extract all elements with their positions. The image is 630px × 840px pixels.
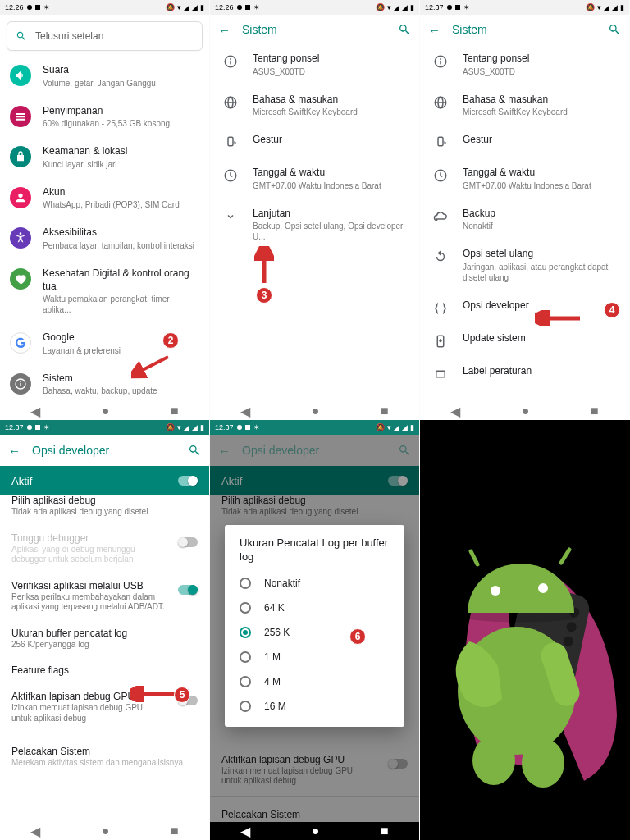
svg-point-38	[522, 738, 564, 788]
logger-option-16-m[interactable]: 16 M	[225, 694, 404, 719]
logger-option-64-k[interactable]: 64 K	[225, 596, 404, 620]
logger-option-nonaktif[interactable]: Nonaktif	[225, 571, 404, 596]
sistem-item-update-sistem[interactable]: Update sistem	[420, 324, 629, 357]
sistem-item-bahasa-masukan[interactable]: Bahasa & masukanMicrosoft SwiftKey Keybo…	[210, 85, 419, 126]
svg-rect-11	[228, 137, 233, 146]
svg-rect-20	[438, 137, 443, 146]
recents-nav-icon[interactable]: ■	[591, 404, 599, 418]
dev-row-2[interactable]: Verifikasi aplikasi melalui USBPeriksa p…	[0, 573, 209, 620]
app-header: ← Opsi developer	[0, 435, 209, 466]
home-nav-icon[interactable]: ●	[312, 824, 320, 838]
screenshot-2-sistem: 12.26✶ 🔕▾◢◢▮ ← Sistem Tentang ponselASUS…	[210, 0, 420, 420]
sistem-item-label-peraturan[interactable]: Label peraturan	[420, 357, 629, 390]
search-settings-input[interactable]: Telusuri setelan	[7, 21, 203, 51]
android-navbar: ◀ ● ■	[210, 402, 419, 420]
android-navbar: ◀ ● ■	[0, 822, 209, 840]
home-nav-icon[interactable]: ●	[522, 404, 530, 418]
settings-item-aksesibilitas[interactable]: AksesibilitasPembaca layar, tampilan, ko…	[0, 218, 209, 259]
header-title: Sistem	[452, 23, 596, 36]
back-icon[interactable]: ←	[428, 23, 441, 37]
sistem-item-opsi-developer[interactable]: Opsi developer	[420, 291, 629, 324]
dialog-title: Ukuran Pencatat Log per buffer log	[225, 536, 404, 571]
toggle-on-icon	[178, 476, 198, 486]
developer-master-toggle[interactable]: Aktif	[0, 466, 209, 495]
status-bar: 12.37✶ 🔕▾◢◢▮	[420, 0, 629, 15]
back-nav-icon[interactable]: ◀	[30, 404, 40, 419]
back-nav-icon[interactable]: ◀	[450, 404, 460, 419]
sistem-item-tentang-ponsel[interactable]: Tentang ponselASUS_X00TD	[420, 44, 629, 85]
annotation-badge-2: 2	[162, 332, 179, 349]
search-icon[interactable]	[188, 444, 201, 457]
search-placeholder: Telusuri setelan	[35, 30, 103, 42]
dev-row-0[interactable]: Pilih aplikasi debugTidak ada aplikasi d…	[0, 495, 209, 525]
sistem-item-lanjutan[interactable]: LanjutanBackup, Opsi setel ulang, Opsi d…	[210, 199, 419, 251]
home-nav-icon[interactable]: ●	[102, 404, 110, 418]
arrow-annotation	[254, 246, 274, 287]
settings-item-keamanan-lokasi[interactable]: Keamanan & lokasiKunci layar, sidik jari	[0, 137, 209, 178]
heart-icon	[10, 268, 31, 290]
arrow-annotation	[130, 686, 179, 702]
android-navbar: ◀ ● ■	[420, 402, 629, 420]
sistem-item-gestur[interactable]: Gestur	[420, 126, 629, 158]
search-icon[interactable]	[608, 23, 621, 36]
logger-option-4-m[interactable]: 4 M	[225, 669, 404, 694]
svg-point-33	[538, 583, 548, 593]
recents-nav-icon[interactable]: ■	[171, 824, 179, 838]
android-navbar: ◀ ● ■	[210, 822, 419, 840]
access-icon	[10, 227, 31, 249]
android-navbar: ◀ ● ■	[0, 402, 209, 420]
settings-item-kesehatan-digital-kontrol-orang-tua[interactable]: Kesehatan Digital & kontrol orang tuaWak…	[0, 259, 209, 323]
recents-nav-icon[interactable]: ■	[381, 404, 389, 418]
header-title: Opsi developer	[242, 444, 386, 457]
sistem-item-backup[interactable]: BackupNonaktif	[420, 199, 629, 240]
back-nav-icon[interactable]: ◀	[30, 824, 40, 839]
svg-point-15	[440, 58, 441, 60]
settings-item-suara[interactable]: SuaraVolume, getar, Jangan Ganggu	[0, 56, 209, 97]
recents-nav-icon[interactable]: ■	[381, 824, 389, 838]
gesture-icon	[220, 135, 241, 150]
sistem-item-opsi-setel-ulang[interactable]: Opsi setel ulangJaringan, aplikasi, atau…	[420, 240, 629, 291]
settings-item-sistem[interactable]: SistemBahasa, waktu, backup, update	[0, 364, 209, 405]
reset-icon	[430, 249, 451, 264]
svg-rect-3	[20, 383, 21, 386]
recents-nav-icon[interactable]: ■	[171, 404, 179, 418]
home-nav-icon[interactable]: ●	[312, 404, 320, 418]
dev-row-4[interactable]: Feature flags	[0, 657, 209, 683]
info-icon	[10, 373, 31, 395]
sistem-item-bahasa-masukan[interactable]: Bahasa & masukanMicrosoft SwiftKey Keybo…	[420, 85, 629, 126]
screenshot-1-settings: 12.26✶ 🔕▾◢◢▮ Telusuri setelan SuaraVolum…	[0, 0, 210, 420]
storage-icon	[10, 106, 31, 127]
globe-icon	[430, 95, 451, 110]
user-icon	[10, 187, 31, 208]
app-header: ← Sistem	[210, 15, 419, 44]
chevron-icon	[220, 209, 241, 224]
home-nav-icon[interactable]: ●	[102, 824, 110, 838]
svg-point-32	[491, 586, 500, 596]
logger-option-256-k[interactable]: 256 K	[225, 620, 404, 645]
app-header-dimmed: ← Opsi developer	[210, 435, 419, 466]
settings-item-penyimpanan[interactable]: Penyimpanan60% digunakan - 25,53 GB koso…	[0, 97, 209, 138]
radio-icon	[240, 627, 251, 638]
info-icon	[430, 54, 451, 69]
update-icon	[430, 334, 451, 349]
sistem-item-tentang-ponsel[interactable]: Tentang ponselASUS_X00TD	[210, 44, 419, 85]
sistem-item-tanggal-waktu[interactable]: Tanggal & waktuGMT+07.00 Waktu Indonesia…	[420, 158, 629, 199]
radio-icon	[240, 701, 251, 712]
dev-row-3[interactable]: Ukuran buffer pencatat log256 K/penyangg…	[0, 620, 209, 658]
svg-point-6	[230, 58, 231, 60]
sistem-item-gestur[interactable]: Gestur	[210, 126, 419, 158]
screenshot-3-sistem-expanded: 12.37✶ 🔕▾◢◢▮ ← Sistem Tentang ponselASUS…	[420, 0, 630, 420]
settings-item-akun[interactable]: AkunWhatsApp, Pribadi (POP3), SIM Card	[0, 178, 209, 219]
sistem-item-tanggal-waktu[interactable]: Tanggal & waktuGMT+07.00 Waktu Indonesia…	[210, 158, 419, 199]
status-bar: 12.37✶ 🔕▾◢◢▮	[0, 420, 209, 435]
back-icon[interactable]: ←	[218, 23, 231, 37]
svg-rect-16	[440, 61, 441, 65]
back-nav-icon[interactable]: ◀	[240, 404, 250, 419]
back-icon[interactable]: ←	[8, 444, 21, 458]
logger-option-1-m[interactable]: 1 M	[225, 645, 404, 669]
search-icon[interactable]	[398, 23, 411, 36]
section-pelacakan[interactable]: Pelacakan SistemMerekam aktivitas sistem…	[0, 738, 209, 776]
back-nav-icon[interactable]: ◀	[240, 824, 250, 839]
screenshot-5-dialog: 12.37✶ 🔕▾◢◢▮ ← Opsi developer Aktif Pili…	[210, 420, 420, 840]
cloud-icon	[430, 209, 451, 224]
